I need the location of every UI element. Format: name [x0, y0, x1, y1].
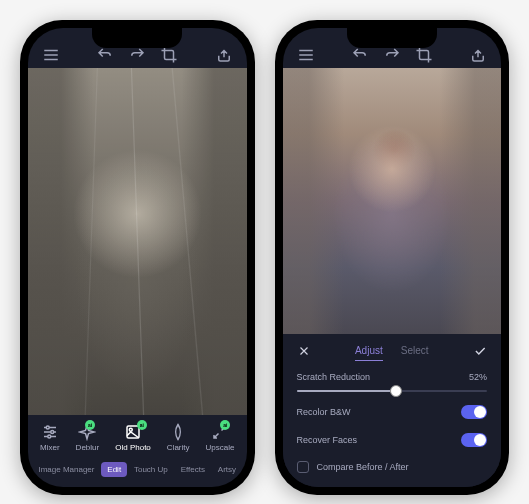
toggle-recover-faces: Recover Faces — [297, 426, 488, 454]
share-icon[interactable] — [215, 46, 233, 64]
menu-icon[interactable] — [297, 46, 315, 64]
tool-old-photo[interactable]: ai Old Photo — [115, 423, 151, 452]
toggle-label: Recover Faces — [297, 435, 358, 445]
redo-icon[interactable] — [128, 46, 146, 64]
compare-checkbox-row: Compare Before / After — [297, 454, 488, 475]
panel-tab-adjust[interactable]: Adjust — [355, 345, 383, 361]
ai-badge-icon: ai — [137, 420, 147, 430]
screen-left: Mixer ai Deblur ai Old Photo Clarity ai … — [28, 28, 247, 487]
topbar — [28, 28, 247, 68]
svg-point-1 — [51, 431, 54, 434]
tool-upscale[interactable]: ai Upscale — [206, 423, 235, 452]
tool-label: Old Photo — [115, 443, 151, 452]
toggle-label: Recolor B&W — [297, 407, 351, 417]
menu-icon[interactable] — [42, 46, 60, 64]
tab-artsy[interactable]: Artsy — [212, 462, 242, 477]
panel-tabs: Adjust Select — [355, 345, 429, 361]
topbar — [283, 28, 502, 68]
tool-label: Deblur — [76, 443, 100, 452]
undo-icon[interactable] — [351, 46, 369, 64]
slider-thumb[interactable] — [390, 385, 402, 397]
svg-point-2 — [48, 435, 51, 438]
phone-right: Adjust Select Scratch Reduction 52% — [275, 20, 510, 495]
phone-left: Mixer ai Deblur ai Old Photo Clarity ai … — [20, 20, 255, 495]
svg-point-0 — [46, 426, 49, 429]
panel-tab-select[interactable]: Select — [401, 345, 429, 361]
compare-checkbox[interactable] — [297, 461, 309, 473]
screen-right: Adjust Select Scratch Reduction 52% — [283, 28, 502, 487]
checkbox-label: Compare Before / After — [317, 462, 409, 472]
check-icon[interactable] — [473, 344, 487, 362]
tool-mixer[interactable]: Mixer — [40, 423, 60, 452]
tool-clarity[interactable]: Clarity — [167, 423, 190, 452]
toggle-recolor-bw: Recolor B&W — [297, 398, 488, 426]
photo-before — [28, 68, 247, 415]
share-icon[interactable] — [469, 46, 487, 64]
tab-edit[interactable]: Edit — [101, 462, 127, 477]
tool-deblur[interactable]: ai Deblur — [76, 423, 100, 452]
photo-after — [283, 68, 502, 334]
slider-label: Scratch Reduction — [297, 372, 371, 382]
crop-icon[interactable] — [415, 46, 433, 64]
slider-track[interactable] — [297, 390, 488, 392]
bottom-tabs: Image Manager Edit Touch Up Effects Arts… — [28, 456, 247, 487]
tool-label: Upscale — [206, 443, 235, 452]
close-icon[interactable] — [297, 344, 311, 362]
undo-icon[interactable] — [96, 46, 114, 64]
redo-icon[interactable] — [383, 46, 401, 64]
scratch-reduction-slider: Scratch Reduction 52% — [297, 372, 488, 392]
svg-point-4 — [129, 428, 132, 431]
tab-image-manager[interactable]: Image Manager — [32, 462, 100, 477]
toggle-switch[interactable] — [461, 405, 487, 419]
toggle-switch[interactable] — [461, 433, 487, 447]
tool-row: Mixer ai Deblur ai Old Photo Clarity ai … — [28, 415, 247, 456]
tool-label: Clarity — [167, 443, 190, 452]
slider-value: 52% — [469, 372, 487, 382]
tool-label: Mixer — [40, 443, 60, 452]
adjust-panel: Adjust Select Scratch Reduction 52% — [283, 334, 502, 487]
tab-touch-up[interactable]: Touch Up — [128, 462, 174, 477]
crop-icon[interactable] — [160, 46, 178, 64]
tab-effects[interactable]: Effects — [175, 462, 211, 477]
